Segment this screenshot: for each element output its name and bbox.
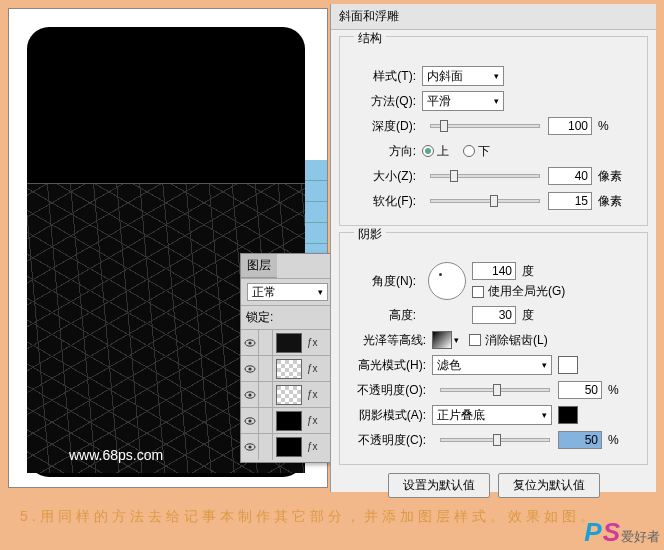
visibility-icon[interactable] [241,408,259,434]
svg-point-3 [248,367,251,370]
svg-point-1 [248,341,251,344]
link-cell[interactable] [259,408,273,434]
soften-label: 软化(F): [348,193,416,210]
size-input[interactable]: 40 [548,167,592,185]
visibility-icon[interactable] [241,382,259,408]
direction-down-radio[interactable]: 下 [463,143,490,160]
shadow-mode-label: 阴影模式(A): [348,407,426,424]
visibility-icon[interactable] [241,330,259,356]
method-label: 方法(Q): [348,93,416,110]
angle-input[interactable]: 140 [472,262,516,280]
method-select[interactable]: 平滑 [422,91,504,111]
depth-unit: % [598,119,626,133]
link-cell[interactable] [259,382,273,408]
highlight-opacity-unit: % [608,383,636,397]
layer-row[interactable]: ƒx [241,355,334,381]
shadow-opacity-unit: % [608,433,636,447]
reset-default-button[interactable]: 复位为默认值 [498,473,600,498]
layer-row[interactable]: ƒx [241,407,334,433]
depth-label: 深度(D): [348,118,416,135]
make-default-button[interactable]: 设置为默认值 [388,473,490,498]
svg-point-7 [248,419,251,422]
altitude-unit: 度 [522,307,550,324]
angle-label: 角度(N): [348,273,416,290]
group-label: 结构 [354,30,386,47]
style-label: 样式(T): [348,68,416,85]
global-light-label: 使用全局光(G) [488,283,565,300]
soften-unit: 像素 [598,193,626,210]
layer-thumb [276,385,302,405]
antialias-checkbox[interactable] [469,334,481,346]
altitude-input[interactable]: 30 [472,306,516,324]
blend-mode-select[interactable]: 正常 [247,283,328,301]
gloss-label: 光泽等高线: [348,332,426,349]
fx-icon: ƒx [307,363,318,374]
fx-icon: ƒx [307,415,318,426]
link-cell[interactable] [259,434,273,460]
global-light-checkbox[interactable] [472,286,484,298]
style-select[interactable]: 内斜面 [422,66,504,86]
highlight-opacity-slider[interactable] [440,388,550,392]
size-unit: 像素 [598,168,626,185]
svg-point-5 [248,393,251,396]
watermark-url: www.68ps.com [69,447,163,463]
shadow-opacity-slider[interactable] [440,438,550,442]
depth-input[interactable]: 100 [548,117,592,135]
layer-thumb [276,437,302,457]
shading-group: 阴影 角度(N): 140 度 使用全局光(G) 高度: 30 度 光泽等高线 [339,232,648,465]
shadow-color-swatch[interactable] [558,406,578,424]
shadow-opacity-input[interactable]: 50 [558,431,602,449]
highlight-opacity-label: 不透明度(O): [348,382,426,399]
layer-style-dialog: 斜面和浮雕 结构 样式(T): 内斜面 方法(Q): 平滑 深度(D): 100… [330,4,656,492]
visibility-icon[interactable] [241,434,259,460]
fx-icon: ƒx [307,441,318,452]
depth-slider[interactable] [430,124,540,128]
visibility-icon[interactable] [241,356,259,382]
highlight-mode-select[interactable]: 滤色 [432,355,552,375]
soften-slider[interactable] [430,199,540,203]
altitude-label: 高度: [348,307,416,324]
site-logo: PS爱好者 [584,517,660,548]
size-slider[interactable] [430,174,540,178]
group-label: 阴影 [354,226,386,243]
layer-thumb [276,333,302,353]
highlight-opacity-input[interactable]: 50 [558,381,602,399]
structure-group: 结构 样式(T): 内斜面 方法(Q): 平滑 深度(D): 100 % 方向:… [339,36,648,226]
lock-label: 锁定: [241,305,334,329]
shadow-opacity-label: 不透明度(C): [348,432,426,449]
direction-up-radio[interactable]: 上 [422,143,449,160]
highlight-color-swatch[interactable] [558,356,578,374]
layers-tab[interactable]: 图层 [241,254,277,278]
layer-row[interactable]: ƒx [241,381,334,407]
svg-point-9 [248,445,251,448]
fx-icon: ƒx [307,337,318,348]
fx-icon: ƒx [307,389,318,400]
gloss-contour-picker[interactable] [432,331,452,349]
link-cell[interactable] [259,330,273,356]
step-caption: 5.用同样的方法去给记事本制作其它部分，并添加图层样式。效果如图。 [20,508,598,526]
shadow-mode-select[interactable]: 正片叠底 [432,405,552,425]
layer-row[interactable]: ƒx [241,329,334,355]
angle-unit: 度 [522,263,550,280]
size-label: 大小(Z): [348,168,416,185]
dialog-title: 斜面和浮雕 [331,4,656,30]
antialias-label: 消除锯齿(L) [485,332,548,349]
highlight-mode-label: 高光模式(H): [348,357,426,374]
layer-thumb [276,411,302,431]
angle-control[interactable] [428,262,466,300]
layers-panel: 图层 正常 锁定: ƒx ƒx ƒx ƒx ƒx [240,253,335,463]
direction-label: 方向: [348,143,416,160]
link-cell[interactable] [259,356,273,382]
layer-row[interactable]: ƒx [241,433,334,459]
layer-thumb [276,359,302,379]
soften-input[interactable]: 15 [548,192,592,210]
